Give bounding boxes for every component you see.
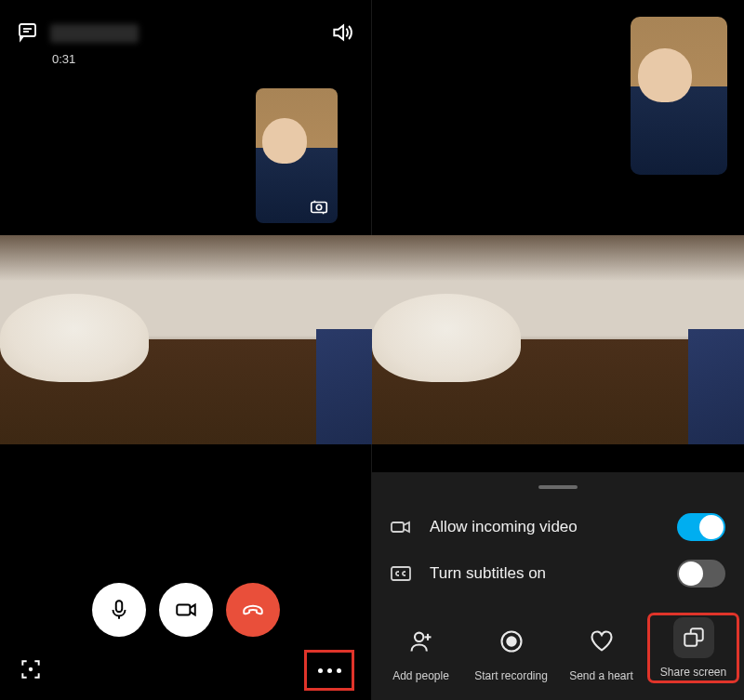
svg-point-8 xyxy=(29,667,33,671)
svg-point-15 xyxy=(507,637,515,645)
add-people-button[interactable]: Add people xyxy=(378,621,464,682)
svg-rect-9 xyxy=(392,522,404,532)
call-screen-main: 0:31 xyxy=(0,0,372,700)
end-call-button[interactable] xyxy=(226,583,280,637)
sheet-drag-handle[interactable] xyxy=(538,485,578,489)
send-heart-label: Send a heart xyxy=(569,669,633,682)
camera-toggle-button[interactable] xyxy=(159,583,213,637)
start-recording-button[interactable]: Start recording xyxy=(468,621,554,682)
speaker-icon[interactable] xyxy=(330,20,354,48)
svg-rect-16 xyxy=(684,634,697,646)
call-duration: 0:31 xyxy=(52,52,75,66)
svg-point-11 xyxy=(415,633,423,641)
call-controls xyxy=(92,583,280,637)
svg-rect-7 xyxy=(177,605,190,615)
add-people-label: Add people xyxy=(392,669,449,682)
start-recording-label: Start recording xyxy=(474,669,548,682)
self-video-pip[interactable] xyxy=(256,88,338,223)
fullscreen-button[interactable] xyxy=(17,655,45,683)
share-screen-button[interactable]: Share screen xyxy=(648,614,738,682)
more-options-button[interactable] xyxy=(304,650,354,691)
svg-rect-3 xyxy=(312,203,327,213)
subtitles-toggle[interactable] xyxy=(677,560,725,588)
call-screen-sheet-open: Allow incoming video Turn subtitles on A… xyxy=(372,0,744,700)
send-heart-button[interactable]: Send a heart xyxy=(558,621,644,682)
svg-point-4 xyxy=(316,205,322,210)
self-video-pip[interactable] xyxy=(631,17,727,175)
action-row: Add people Start recording Send a heart … xyxy=(372,597,744,697)
contact-name-blurred xyxy=(50,24,139,43)
remote-video-main xyxy=(372,235,744,444)
allow-incoming-video-row[interactable]: Allow incoming video xyxy=(372,504,744,550)
svg-rect-10 xyxy=(392,567,410,580)
switch-camera-icon[interactable] xyxy=(307,198,331,217)
chat-icon[interactable] xyxy=(17,20,39,46)
svg-rect-5 xyxy=(115,601,122,612)
call-top-bar: 0:31 xyxy=(17,20,354,66)
share-screen-label: Share screen xyxy=(660,666,726,679)
svg-rect-0 xyxy=(20,24,35,36)
subtitles-label: Turn subtitles on xyxy=(430,564,662,583)
closed-captions-icon xyxy=(387,564,415,583)
turn-subtitles-on-row[interactable]: Turn subtitles on xyxy=(372,550,744,597)
options-sheet: Allow incoming video Turn subtitles on A… xyxy=(372,472,744,700)
video-camera-icon xyxy=(387,518,415,536)
mute-button[interactable] xyxy=(92,583,146,637)
remote-video-main xyxy=(0,235,372,444)
allow-video-label: Allow incoming video xyxy=(430,518,662,536)
allow-video-toggle[interactable] xyxy=(677,513,725,541)
